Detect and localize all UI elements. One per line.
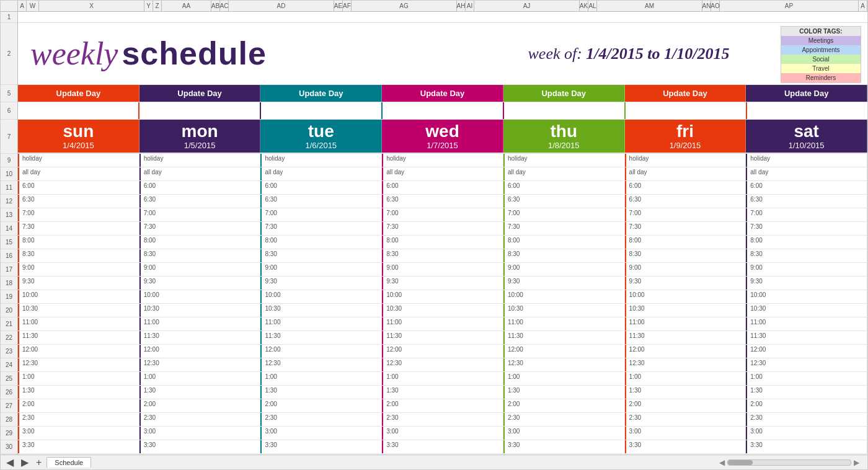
time-cell[interactable]: 6:00: [746, 181, 867, 194]
time-cell[interactable]: 8:00: [18, 236, 140, 249]
time-cell[interactable]: 8:00: [625, 236, 746, 249]
time-cell[interactable]: 1:00: [18, 372, 140, 385]
time-cell[interactable]: 11:00: [625, 317, 746, 330]
time-cell[interactable]: 7:30: [503, 222, 625, 235]
time-cell[interactable]: 3:30: [503, 440, 625, 453]
time-cell[interactable]: 2:00: [625, 399, 746, 412]
time-cell[interactable]: 10:00: [260, 290, 382, 303]
time-cell[interactable]: all day: [503, 167, 625, 180]
time-cell[interactable]: 1:00: [260, 372, 382, 385]
time-cell[interactable]: 1:30: [503, 386, 625, 399]
time-cell[interactable]: 12:00: [260, 345, 382, 358]
time-cell[interactable]: 8:00: [140, 236, 261, 249]
time-cell[interactable]: 3:00: [503, 427, 625, 440]
time-cell[interactable]: 12:30: [625, 358, 746, 371]
time-cell[interactable]: holiday: [625, 154, 746, 167]
time-cell[interactable]: 10:00: [18, 290, 140, 303]
time-cell[interactable]: 8:30: [746, 249, 867, 262]
time-cell[interactable]: 6:30: [382, 195, 503, 208]
time-cell[interactable]: 10:30: [746, 304, 867, 317]
time-cell[interactable]: 10:00: [746, 290, 867, 303]
time-cell[interactable]: 1:30: [260, 386, 382, 399]
time-cell[interactable]: 2:00: [746, 399, 867, 412]
time-cell[interactable]: 9:00: [260, 263, 382, 276]
time-cell[interactable]: 12:00: [746, 345, 867, 358]
time-cell[interactable]: 11:30: [260, 331, 382, 344]
update-day-sat[interactable]: Update Day: [746, 85, 867, 102]
time-cell[interactable]: 12:00: [503, 345, 625, 358]
time-cell[interactable]: 12:30: [503, 358, 625, 371]
time-cell[interactable]: 7:30: [382, 222, 503, 235]
time-cell[interactable]: 6:00: [18, 181, 140, 194]
time-cell[interactable]: all day: [746, 167, 867, 180]
scroll-left-icon[interactable]: ◀: [719, 458, 725, 467]
time-cell[interactable]: 3:30: [746, 440, 867, 453]
update-day-mon[interactable]: Update Day: [140, 85, 261, 102]
time-cell[interactable]: 2:00: [140, 399, 261, 412]
time-cell[interactable]: 10:30: [382, 304, 503, 317]
time-cell[interactable]: 1:30: [746, 386, 867, 399]
time-cell[interactable]: 6:00: [382, 181, 503, 194]
time-cell[interactable]: 9:30: [503, 277, 625, 290]
time-cell[interactable]: 1:00: [503, 372, 625, 385]
time-cell[interactable]: 2:30: [625, 413, 746, 426]
time-cell[interactable]: 10:30: [140, 304, 261, 317]
time-cell[interactable]: 3:00: [18, 427, 140, 440]
time-cell[interactable]: 1:30: [625, 386, 746, 399]
time-cell[interactable]: 9:00: [18, 263, 140, 276]
time-cell[interactable]: 11:30: [746, 331, 867, 344]
time-cell[interactable]: 8:30: [503, 249, 625, 262]
time-cell[interactable]: holiday: [260, 154, 382, 167]
time-cell[interactable]: all day: [260, 167, 382, 180]
update-day-fri[interactable]: Update Day: [625, 85, 746, 102]
time-cell[interactable]: 6:00: [140, 181, 261, 194]
time-cell[interactable]: 6:30: [625, 195, 746, 208]
time-cell[interactable]: 2:30: [260, 413, 382, 426]
time-cell[interactable]: 2:00: [382, 399, 503, 412]
time-cell[interactable]: 11:30: [625, 331, 746, 344]
time-cell[interactable]: 11:30: [18, 331, 140, 344]
time-cell[interactable]: 2:00: [260, 399, 382, 412]
update-day-thu[interactable]: Update Day: [503, 85, 625, 102]
time-cell[interactable]: 11:30: [382, 331, 503, 344]
time-cell[interactable]: 11:00: [140, 317, 261, 330]
time-cell[interactable]: 7:30: [746, 222, 867, 235]
time-cell[interactable]: holiday: [503, 154, 625, 167]
time-cell[interactable]: 8:30: [260, 249, 382, 262]
time-cell[interactable]: 7:30: [18, 222, 140, 235]
time-cell[interactable]: 6:30: [18, 195, 140, 208]
time-cell[interactable]: 1:00: [382, 372, 503, 385]
time-cell[interactable]: 3:30: [18, 440, 140, 453]
time-cell[interactable]: 1:30: [140, 386, 261, 399]
time-cell[interactable]: 9:30: [18, 277, 140, 290]
next-sheet-button[interactable]: ▶: [19, 456, 31, 468]
time-cell[interactable]: 9:30: [382, 277, 503, 290]
time-cell[interactable]: 7:30: [625, 222, 746, 235]
time-cell[interactable]: 10:30: [625, 304, 746, 317]
time-cell[interactable]: 10:30: [18, 304, 140, 317]
update-day-tue[interactable]: Update Day: [260, 85, 382, 102]
time-cell[interactable]: 2:30: [503, 413, 625, 426]
time-cell[interactable]: 7:00: [746, 208, 867, 221]
add-sheet-button[interactable]: +: [33, 457, 44, 468]
time-cell[interactable]: 9:30: [140, 277, 261, 290]
time-cell[interactable]: 7:30: [260, 222, 382, 235]
time-cell[interactable]: 8:00: [746, 236, 867, 249]
time-cell[interactable]: 12:30: [140, 358, 261, 371]
time-cell[interactable]: 3:00: [625, 427, 746, 440]
prev-sheet-button[interactable]: ◀: [4, 456, 16, 468]
time-cell[interactable]: 8:30: [382, 249, 503, 262]
time-cell[interactable]: 9:30: [625, 277, 746, 290]
time-cell[interactable]: 6:30: [140, 195, 261, 208]
time-cell[interactable]: all day: [18, 167, 140, 180]
time-cell[interactable]: 7:00: [625, 208, 746, 221]
time-cell[interactable]: 9:00: [140, 263, 261, 276]
time-cell[interactable]: 3:00: [382, 427, 503, 440]
time-cell[interactable]: 10:00: [503, 290, 625, 303]
time-cell[interactable]: 6:30: [746, 195, 867, 208]
time-cell[interactable]: 10:00: [140, 290, 261, 303]
time-cell[interactable]: 10:00: [382, 290, 503, 303]
time-cell[interactable]: 2:30: [140, 413, 261, 426]
time-cell[interactable]: 7:00: [18, 208, 140, 221]
time-cell[interactable]: 3:00: [140, 427, 261, 440]
